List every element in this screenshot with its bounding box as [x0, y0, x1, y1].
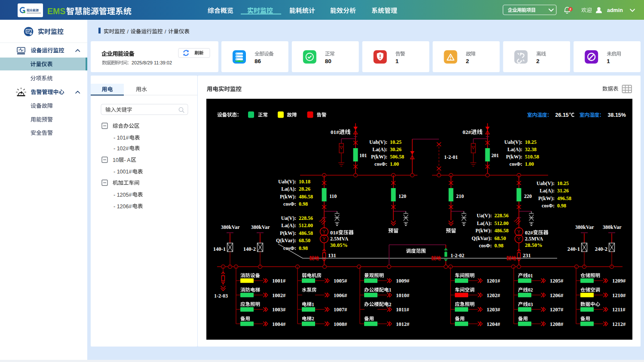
svg-text:2: 2	[389, 302, 392, 307]
svg-text:P(kW):: P(kW):	[371, 154, 387, 160]
svg-text:La(A):: La(A):	[281, 222, 296, 228]
svg-text:1207#: 1207#	[550, 307, 564, 313]
svg-text:1.00: 1.00	[390, 161, 399, 167]
svg-text:1003#: 1003#	[272, 307, 286, 313]
svg-text:1009#: 1009#	[396, 278, 410, 284]
svg-text:512.00: 512.00	[299, 222, 313, 228]
svg-text:1008#: 1008#	[334, 321, 347, 327]
svg-text:03: 03	[528, 302, 533, 307]
svg-text:68.50: 68.50	[494, 235, 506, 241]
svg-text:120: 120	[399, 193, 406, 199]
svg-text:486.58: 486.58	[494, 228, 509, 234]
svg-text:1206#: 1206#	[550, 292, 564, 298]
svg-text:1007#: 1007#	[334, 307, 347, 313]
svg-text:cosΦ:: cosΦ:	[479, 243, 492, 249]
svg-text:/: /	[127, 29, 129, 35]
svg-text:2: 2	[312, 316, 314, 321]
svg-text:01#: 01#	[331, 129, 339, 135]
svg-text:38.15%: 38.15%	[608, 112, 626, 118]
svg-text:220: 220	[524, 193, 532, 199]
svg-text:1-2-01: 1-2-01	[444, 154, 458, 160]
svg-text:30.26: 30.26	[390, 146, 402, 152]
svg-text:1010#: 1010#	[396, 292, 410, 298]
svg-text:1004#: 1004#	[272, 321, 286, 327]
svg-text:80: 80	[325, 58, 331, 64]
svg-text:0.98: 0.98	[557, 203, 566, 209]
svg-text:1203#: 1203#	[487, 307, 500, 313]
svg-text:Ua(V):: Ua(V):	[477, 213, 492, 219]
svg-text:380kVar: 380kVar	[221, 224, 240, 230]
svg-text:2: 2	[570, 7, 572, 11]
svg-text:Uab(V):: Uab(V):	[369, 139, 387, 145]
svg-text:1011#: 1011#	[396, 307, 409, 313]
svg-text:1: 1	[396, 58, 399, 64]
svg-text:La(A):: La(A):	[507, 146, 522, 152]
svg-text:- 1205#: - 1205#	[113, 192, 132, 198]
svg-text:131: 131	[328, 252, 336, 259]
svg-text:02: 02	[528, 287, 533, 292]
svg-text:Uab(V):: Uab(V):	[278, 179, 296, 185]
svg-text:380kVar: 380kVar	[603, 224, 622, 230]
svg-text:201: 201	[491, 153, 499, 158]
svg-text:- 1001#: - 1001#	[113, 169, 132, 175]
svg-text:110: 110	[329, 193, 337, 199]
svg-text:1204#: 1204#	[487, 321, 500, 327]
svg-text:1005#: 1005#	[334, 278, 347, 284]
svg-text:Q(kVar):: Q(kVar):	[472, 235, 492, 241]
svg-text:- 102#: - 102#	[113, 146, 129, 152]
svg-text:1-2-02: 1-2-02	[451, 252, 464, 259]
svg-text:28.26: 28.26	[299, 186, 310, 192]
svg-text:140-1: 140-1	[213, 246, 226, 252]
svg-text:2.5MVA: 2.5MVA	[525, 236, 543, 242]
svg-text:2.5MVA: 2.5MVA	[330, 236, 348, 242]
svg-text:cosΦ:: cosΦ:	[283, 201, 296, 207]
svg-text:Uab(V):: Uab(V):	[504, 139, 522, 145]
svg-text:380kVar: 380kVar	[575, 224, 594, 230]
svg-text:Q(kVar):: Q(kVar):	[276, 237, 296, 243]
svg-text:486.58: 486.58	[299, 230, 313, 236]
svg-text:32.38: 32.38	[525, 146, 537, 152]
svg-text:10: 10	[113, 157, 119, 163]
svg-text:486.58: 486.58	[299, 194, 313, 200]
svg-text:La(A):: La(A):	[477, 220, 492, 226]
svg-text:admin: admin	[607, 7, 623, 13]
svg-text:1210#: 1210#	[612, 292, 626, 298]
svg-text:- A: - A	[124, 157, 131, 163]
svg-text:28.50%: 28.50%	[525, 242, 543, 248]
svg-text:1205#: 1205#	[550, 278, 564, 284]
svg-text:10.18: 10.18	[299, 179, 310, 185]
svg-text:02#: 02#	[525, 230, 534, 236]
svg-text:210: 210	[456, 193, 464, 199]
svg-text:101: 101	[359, 153, 367, 158]
svg-text:10.25: 10.25	[557, 180, 569, 186]
svg-text:512.00: 512.00	[494, 220, 509, 226]
svg-text:1211#: 1211#	[612, 307, 626, 313]
svg-text:10.25: 10.25	[390, 139, 402, 145]
svg-text:EMS: EMS	[47, 6, 65, 16]
svg-text:cosΦ:: cosΦ:	[509, 161, 522, 167]
svg-text:02#: 02#	[463, 129, 471, 135]
svg-text:1-2-03: 1-2-03	[214, 293, 228, 299]
svg-text:506.58: 506.58	[390, 154, 404, 160]
svg-text:231: 231	[523, 252, 531, 259]
svg-text:1201#: 1201#	[487, 278, 500, 284]
svg-text:P(kW):: P(kW):	[475, 228, 492, 234]
svg-text:2: 2	[536, 58, 540, 64]
svg-text:30.05%: 30.05%	[330, 242, 348, 248]
svg-text:240-2: 240-2	[595, 246, 607, 252]
svg-text:P(kW):: P(kW):	[280, 194, 296, 200]
svg-text:1012#: 1012#	[396, 321, 410, 327]
svg-text:0.98: 0.98	[299, 201, 308, 207]
svg-text:1202#: 1202#	[487, 292, 500, 298]
svg-text:Ua(V):: Ua(V):	[281, 215, 296, 221]
svg-text:La(A):: La(A):	[281, 186, 296, 192]
svg-text:86: 86	[255, 58, 261, 64]
svg-text:1208#: 1208#	[550, 321, 564, 327]
svg-text:1: 1	[607, 58, 610, 64]
svg-text:Uab(V):: Uab(V):	[537, 180, 555, 186]
svg-text:La(A):: La(A):	[540, 188, 555, 194]
svg-text:31.26: 31.26	[557, 188, 569, 194]
svg-text:1006#: 1006#	[334, 292, 347, 298]
svg-text:cosΦ:: cosΦ:	[542, 203, 555, 209]
svg-text:1212#: 1212#	[612, 321, 626, 327]
